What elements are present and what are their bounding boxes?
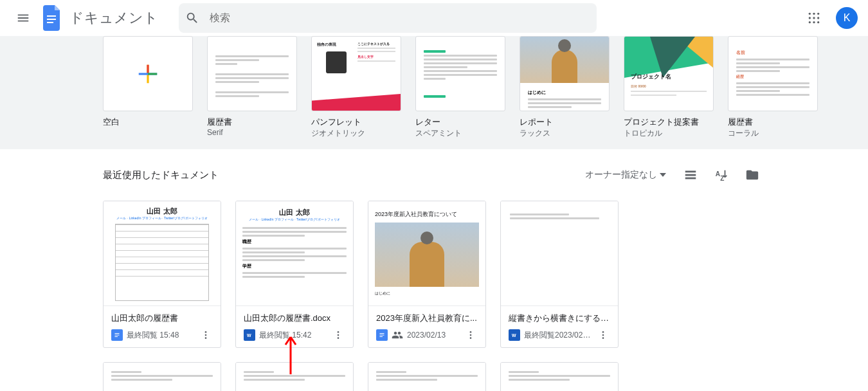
template-report[interactable]: はじめに	[520, 36, 610, 111]
svg-point-36	[470, 337, 472, 339]
svg-point-28	[338, 331, 339, 333]
doc-thumbnail	[368, 363, 485, 391]
template-title: レター	[415, 116, 505, 128]
apps-grid-icon	[808, 12, 820, 24]
recent-doc-card[interactable]	[103, 362, 221, 391]
recent-doc-card[interactable]	[235, 362, 354, 391]
doc-more-button[interactable]	[331, 328, 345, 342]
svg-rect-1	[47, 19, 56, 20]
svg-point-4	[813, 13, 815, 15]
recent-doc-card[interactable]	[500, 362, 619, 391]
word-file-icon: W	[244, 329, 255, 341]
doc-subtitle: 最終閲覧 15:48	[127, 330, 195, 341]
template-blank[interactable]	[103, 36, 193, 111]
list-view-button[interactable]	[678, 162, 703, 188]
docs-logo	[41, 6, 64, 30]
svg-point-35	[470, 334, 472, 336]
svg-text:W: W	[512, 333, 516, 338]
app-title: ドキュメント	[69, 8, 158, 28]
template-subtitle: スペアミント	[415, 128, 505, 139]
doc-title: 縦書きから横書きにする.d...	[509, 313, 610, 324]
svg-point-24	[205, 331, 207, 333]
recent-doc-card[interactable]: 山田 太郎メール · LinkedIn プロフィール · Twitter/ブログ…	[235, 201, 354, 348]
svg-point-6	[809, 17, 811, 19]
search-icon	[185, 11, 199, 25]
owner-filter-label: オーナー指定なし	[585, 169, 657, 181]
svg-rect-22	[115, 335, 120, 336]
template-subtitle: Serif	[207, 128, 297, 137]
open-file-picker-button[interactable]	[739, 162, 765, 188]
main-menu-button[interactable]	[10, 5, 36, 31]
template-subtitle: ジオメトリック	[311, 128, 401, 139]
doc-subtitle: 最終閲覧 15:42	[259, 330, 327, 341]
doc-thumbnail	[501, 201, 618, 306]
template-subtitle: コーラル	[728, 128, 818, 139]
template-proposal[interactable]: プロジェクト名 日付 00/00	[624, 36, 714, 111]
template-resume_coral[interactable]: 名前経歴	[728, 36, 818, 111]
shared-icon	[392, 329, 403, 341]
svg-rect-23	[115, 336, 118, 337]
doc-more-button[interactable]	[596, 328, 610, 342]
svg-point-40	[602, 337, 604, 339]
doc-title: 山田太郎の履歴書.docx	[244, 313, 345, 324]
sort-button[interactable]: AZ	[709, 162, 734, 188]
doc-more-button[interactable]	[464, 328, 478, 342]
doc-thumbnail: 2023年度新入社員教育についてはじめに	[368, 201, 485, 306]
doc-thumbnail	[501, 363, 618, 391]
word-file-icon: W	[509, 329, 520, 341]
svg-rect-15	[148, 73, 157, 75]
svg-point-7	[813, 17, 815, 19]
docs-file-icon	[376, 329, 388, 341]
template-title: 履歴書	[207, 116, 297, 128]
template-title: レポート	[520, 116, 610, 128]
sort-az-icon: AZ	[714, 168, 728, 182]
doc-thumbnail	[104, 363, 221, 391]
svg-point-3	[809, 13, 811, 15]
svg-point-25	[205, 334, 207, 336]
search-box[interactable]	[179, 3, 597, 33]
template-pamphlet[interactable]: 独自の表現ここにテキストが入る見出し文字	[311, 36, 401, 111]
template-letter[interactable]	[415, 36, 505, 111]
svg-point-8	[817, 17, 819, 19]
svg-point-26	[205, 337, 207, 339]
doc-thumbnail: 山田 太郎メール · LinkedIn プロフィール · Twitter/ブログ…	[104, 201, 221, 306]
svg-rect-31	[380, 333, 384, 334]
svg-rect-32	[380, 335, 384, 336]
hamburger-icon	[16, 11, 30, 25]
recent-doc-card[interactable]: 縦書きから横書きにする.d... W 最終閲覧2023/02/13	[500, 201, 619, 348]
recent-docs-title: 最近使用したドキュメント	[103, 169, 219, 181]
doc-title: 2023年度新入社員教育に...	[376, 313, 478, 324]
template-title: 履歴書	[728, 116, 818, 128]
svg-rect-13	[147, 64, 149, 73]
recent-doc-card[interactable]: 2023年度新入社員教育についてはじめに 2023年度新入社員教育に... 20…	[368, 201, 486, 348]
caret-down-icon	[660, 173, 666, 177]
recent-doc-card[interactable]: 山田 太郎メール · LinkedIn プロフィール · Twitter/ブログ…	[103, 201, 221, 348]
search-input[interactable]	[208, 12, 590, 24]
doc-more-button[interactable]	[199, 328, 213, 342]
svg-point-30	[338, 337, 339, 339]
svg-point-38	[602, 331, 604, 333]
template-resume_serif[interactable]	[207, 36, 297, 111]
template-title: プロジェクト提案書	[624, 116, 714, 128]
svg-point-34	[470, 331, 472, 333]
doc-subtitle: 最終閲覧2023/02/13	[524, 330, 592, 341]
svg-rect-21	[115, 333, 120, 334]
svg-point-29	[338, 334, 339, 336]
docs-file-icon	[111, 329, 123, 341]
svg-rect-0	[47, 15, 56, 17]
recent-doc-card[interactable]	[368, 362, 486, 391]
doc-thumbnail	[236, 363, 353, 391]
svg-point-11	[817, 21, 819, 23]
svg-point-39	[602, 334, 604, 336]
svg-point-5	[817, 13, 819, 15]
template-subtitle: ラックス	[520, 128, 610, 139]
google-apps-button[interactable]	[801, 5, 827, 31]
doc-title: 山田太郎の履歴書	[111, 313, 213, 324]
list-icon	[683, 168, 698, 182]
template-title: パンフレット	[311, 116, 401, 128]
owner-filter-dropdown[interactable]: オーナー指定なし	[579, 165, 673, 185]
svg-rect-33	[380, 336, 383, 337]
folder-icon	[745, 168, 759, 182]
template-subtitle: トロピカル	[624, 128, 714, 139]
account-avatar[interactable]: K	[836, 7, 858, 29]
